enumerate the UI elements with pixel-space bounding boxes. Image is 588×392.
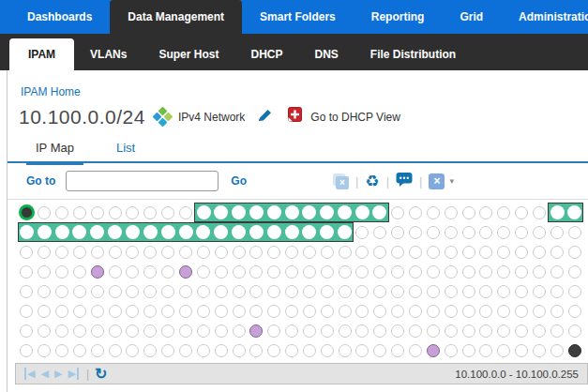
ip-cell[interactable] xyxy=(530,340,548,360)
ip-cell[interactable] xyxy=(283,281,301,301)
ip-cell[interactable] xyxy=(71,281,89,301)
ip-cell[interactable] xyxy=(371,301,389,321)
toolbar-dropdown-caret[interactable]: ▾ xyxy=(449,176,454,186)
ip-cell[interactable] xyxy=(53,222,71,242)
dhcp-view-badge-icon[interactable] xyxy=(288,107,302,127)
ip-cell[interactable] xyxy=(407,242,425,262)
ip-cell[interactable] xyxy=(389,340,407,360)
ip-cell[interactable] xyxy=(495,222,513,242)
ip-cell[interactable] xyxy=(530,262,548,281)
ip-cell[interactable] xyxy=(212,222,230,242)
ip-cell[interactable] xyxy=(71,262,89,281)
next-page-icon[interactable]: ▶ xyxy=(54,368,62,380)
ip-cell[interactable] xyxy=(318,203,336,222)
ip-cell[interactable] xyxy=(177,222,195,242)
ip-cell[interactable] xyxy=(194,301,212,321)
ip-cell[interactable] xyxy=(230,301,248,321)
ip-cell[interactable] xyxy=(460,281,477,301)
ip-cell[interactable] xyxy=(565,242,583,262)
ip-cell[interactable] xyxy=(407,203,425,222)
refresh-icon[interactable]: ↻ xyxy=(95,367,107,382)
ip-cell[interactable] xyxy=(477,203,495,222)
ip-cell[interactable] xyxy=(88,321,106,340)
ip-cell[interactable] xyxy=(301,203,319,222)
tab-list[interactable]: List xyxy=(107,135,144,161)
ip-cell[interactable] xyxy=(548,281,565,301)
ip-cell[interactable] xyxy=(124,222,142,242)
ip-cell[interactable] xyxy=(283,222,301,242)
ip-cell[interactable] xyxy=(495,301,513,321)
goto-input[interactable] xyxy=(66,171,219,191)
ip-cell[interactable] xyxy=(318,262,336,281)
ip-cell[interactable] xyxy=(336,340,354,360)
ip-cell[interactable] xyxy=(371,222,389,242)
ip-cell[interactable] xyxy=(265,262,283,281)
ip-cell[interactable] xyxy=(477,301,495,321)
ip-cell[interactable] xyxy=(424,281,442,301)
ip-cell[interactable] xyxy=(177,301,195,321)
ip-cell[interactable] xyxy=(477,242,495,262)
ip-cell[interactable] xyxy=(407,301,425,321)
ip-cell[interactable] xyxy=(265,281,283,301)
ip-cell[interactable] xyxy=(194,321,212,340)
ip-cell[interactable] xyxy=(248,262,265,281)
ip-cell[interactable] xyxy=(301,321,319,340)
ip-cell[interactable] xyxy=(530,321,548,340)
ip-cell[interactable] xyxy=(18,242,36,262)
ip-cell[interactable] xyxy=(36,203,53,222)
ip-cell[interactable] xyxy=(53,321,71,340)
ip-cell[interactable] xyxy=(389,321,407,340)
ip-cell[interactable] xyxy=(530,281,548,301)
ip-cell[interactable] xyxy=(248,242,265,262)
ip-cell[interactable] xyxy=(495,242,513,262)
ip-cell[interactable] xyxy=(477,262,495,281)
ip-cell[interactable] xyxy=(53,242,71,262)
ip-cell[interactable] xyxy=(71,203,89,222)
ip-cell[interactable] xyxy=(53,340,71,360)
ip-cell[interactable] xyxy=(424,340,442,360)
ip-cell[interactable] xyxy=(71,301,89,321)
ip-cell[interactable] xyxy=(124,262,142,281)
ip-cell[interactable] xyxy=(548,203,565,222)
ip-cell[interactable] xyxy=(354,203,371,222)
ip-cell[interactable] xyxy=(159,281,177,301)
nav-dashboards[interactable]: Dashboards xyxy=(9,0,110,34)
ip-cell[interactable] xyxy=(389,262,407,281)
ip-cell[interactable] xyxy=(142,262,159,281)
ip-cell[interactable] xyxy=(36,301,53,321)
edit-pencil-icon[interactable] xyxy=(257,108,273,127)
ip-cell[interactable] xyxy=(248,203,265,222)
ip-cell[interactable] xyxy=(71,222,89,242)
ip-cell[interactable] xyxy=(88,301,106,321)
ip-cell[interactable] xyxy=(301,340,319,360)
ip-cell[interactable] xyxy=(36,340,53,360)
ip-cell[interactable] xyxy=(565,301,583,321)
nav-reporting[interactable]: Reporting xyxy=(354,0,443,34)
ip-cell[interactable] xyxy=(301,222,319,242)
ip-cell[interactable] xyxy=(460,301,477,321)
ip-cell[interactable] xyxy=(354,242,371,262)
subnav-tab-super-host[interactable]: Super Host xyxy=(143,38,234,70)
ip-cell[interactable] xyxy=(71,321,89,340)
ip-cell[interactable] xyxy=(318,340,336,360)
ip-cell[interactable] xyxy=(212,340,230,360)
ip-cell[interactable] xyxy=(177,262,195,281)
ip-cell[interactable] xyxy=(142,222,159,242)
ip-cell[interactable] xyxy=(194,281,212,301)
ip-cell[interactable] xyxy=(354,281,371,301)
ip-cell[interactable] xyxy=(194,340,212,360)
ip-cell[interactable] xyxy=(318,301,336,321)
ip-cell[interactable] xyxy=(371,242,389,262)
ip-cell[interactable] xyxy=(248,321,265,340)
ip-cell[interactable] xyxy=(71,340,89,360)
ip-cell[interactable] xyxy=(18,203,36,222)
ip-cell[interactable] xyxy=(548,262,565,281)
ip-cell[interactable] xyxy=(565,321,583,340)
ip-cell[interactable] xyxy=(371,340,389,360)
ip-cell[interactable] xyxy=(513,203,531,222)
ip-cell[interactable] xyxy=(230,281,248,301)
ip-cell[interactable] xyxy=(265,321,283,340)
ip-cell[interactable] xyxy=(336,321,354,340)
ip-cell[interactable] xyxy=(124,203,142,222)
close-multi-icon[interactable]: × xyxy=(429,173,445,189)
